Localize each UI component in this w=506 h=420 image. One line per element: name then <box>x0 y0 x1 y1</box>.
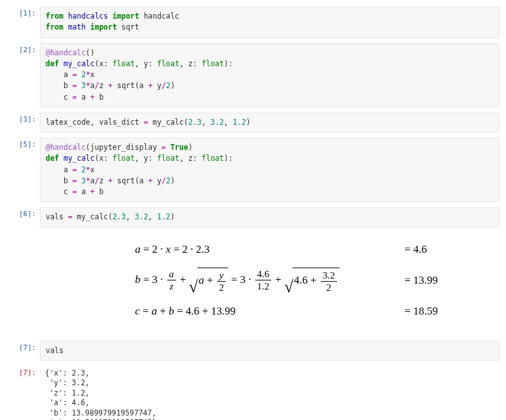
kw-import: import <box>113 12 140 21</box>
math-rhs-b: = 13.99 <box>398 274 494 287</box>
prompt-empty <box>6 233 40 235</box>
decorator-handcalc: @handcalc <box>46 143 86 152</box>
cell-7-output: [7]: {'x': 2.3, 'y': 3.2, 'z': 1.2, 'a':… <box>6 366 500 420</box>
math-row-c: c = a + b = 4.6 + 13.99 = 18.59 <box>45 305 494 318</box>
cell-1: [1]: from handcalcs import handcalc from… <box>6 6 500 38</box>
mod-math: math <box>68 23 86 32</box>
name-handcalc: handcalc <box>143 12 179 21</box>
prompt-in-5: [5]: <box>6 138 40 149</box>
name-sqrt: sqrt <box>122 23 140 32</box>
prompt-in-3: [3]: <box>6 113 40 123</box>
kw-from: from <box>46 23 64 32</box>
math-lhs-b: b = 3 · az + √a + y2 = 3 · 4.61.2 + √4.6… <box>45 268 398 293</box>
math-row-b: b = 3 · az + √a + y2 = 3 · 4.61.2 + √4.6… <box>45 268 494 293</box>
cell-3: [3]: latex_code, vals_dict = my_calc(2.3… <box>6 113 500 132</box>
prompt-in-7: [7]: <box>6 341 40 352</box>
kw-from: from <box>46 12 64 21</box>
cell-7: [7]: vals <box>6 341 500 361</box>
cell-2: [2]: @handcalc() def my_calc(x: float, y… <box>6 43 500 107</box>
paren: ) <box>90 48 95 57</box>
math-lhs-a: a = 2 · x = 2 · 2.3 <box>45 243 398 256</box>
prompt-out-7: [7]: <box>6 366 40 377</box>
cell-6: [6]: vals = my_calc(2.3, 3.2, 1.2) <box>6 207 500 227</box>
cell-6-math-output: a = 2 · x = 2 · 2.3 = 4.6 b = 3 · az + √… <box>6 233 500 336</box>
decorator-handcalc: @handcalc <box>46 48 86 57</box>
prompt-in-2: [2]: <box>6 43 40 54</box>
code-input-6[interactable]: vals = my_calc(2.3, 3.2, 1.2) <box>40 207 500 227</box>
code-input-3[interactable]: latex_code, vals_dict = my_calc(2.3, 3.2… <box>40 113 500 132</box>
math-rhs-a: = 4.6 <box>398 243 494 256</box>
prompt-in-6: [6]: <box>6 207 40 218</box>
fn-mycalc: my_calc <box>64 59 95 68</box>
code-input-7[interactable]: vals <box>40 341 500 361</box>
text-output-7: {'x': 2.3, 'y': 3.2, 'z': 1.2, 'a': 4.6,… <box>40 366 500 420</box>
math-lhs-c: c = a + b = 4.6 + 13.99 <box>45 305 398 318</box>
kw-def: def <box>46 59 59 68</box>
math-rhs-c: = 18.59 <box>398 305 494 318</box>
cell-5: [5]: @handcalc(jupyter_display = True) d… <box>6 138 500 202</box>
prompt-in-1: [1]: <box>6 6 40 17</box>
mod-handcalcs: handcalcs <box>68 12 108 21</box>
code-input-5[interactable]: @handcalc(jupyter_display = True) def my… <box>40 138 500 202</box>
code-input-1[interactable]: from handcalcs import handcalc from math… <box>40 6 500 38</box>
math-row-a: a = 2 · x = 2 · 2.3 = 4.6 <box>45 243 494 256</box>
math-display: a = 2 · x = 2 · 2.3 = 4.6 b = 3 · az + √… <box>40 233 500 336</box>
code-input-2[interactable]: @handcalc() def my_calc(x: float, y: flo… <box>40 43 500 107</box>
kw-import: import <box>90 23 117 32</box>
